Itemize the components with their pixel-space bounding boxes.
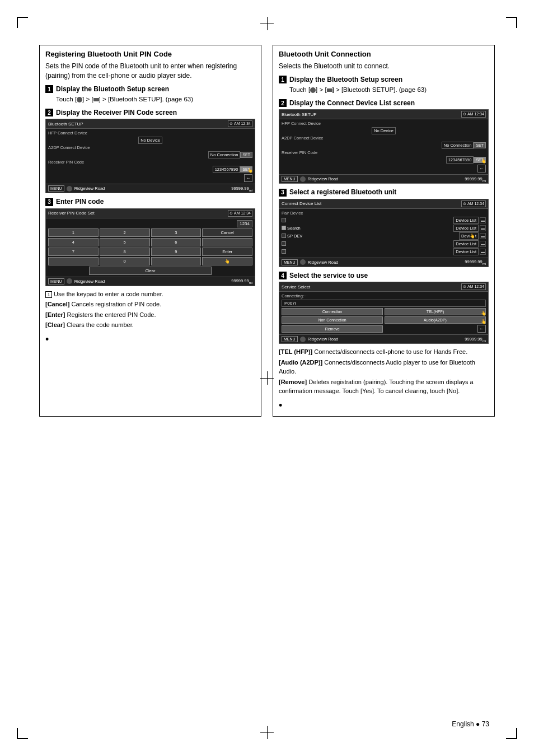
right-step3-screen: Connect Device List ⊙ AM 12:34 Pair Devi… — [279, 199, 489, 267]
corner-mark-bl — [17, 728, 28, 739]
key-enter[interactable]: Enter — [202, 248, 252, 256]
corner-mark-br — [506, 728, 517, 739]
left-step3-header: 3 Enter PIN code — [45, 198, 255, 206]
tel-btn[interactable]: TEL(HFP) 👆 — [385, 308, 486, 315]
r-screen3-sub-title: Pair Device — [282, 211, 303, 216]
r-screen3-body: Pair Device Device List ▬ Search Device … — [279, 209, 488, 258]
screen2-back-btn[interactable]: ← — [244, 174, 252, 182]
key-5[interactable]: 5 — [100, 238, 150, 246]
device-name: P007i — [282, 300, 486, 307]
remove-btn[interactable]: Remove — [282, 325, 383, 333]
r-screen4-titlebar: Service Select ⊙ AM 12:34 — [279, 282, 488, 292]
audio-btn[interactable]: Audio(A2DP) 👆 — [385, 316, 486, 324]
r-screen2-arrow-icon — [300, 176, 306, 182]
screen2-a2dp-val-row: No Connection SET — [48, 151, 252, 158]
device-list3[interactable]: Device List — [453, 240, 479, 248]
right-step3-header: 3 Select a registered Bluetooth unit — [279, 188, 489, 197]
right-step3-num: 3 — [279, 189, 287, 197]
screen2-hfp-label: HFP Connect Device — [48, 130, 87, 136]
r-screen2-a2dp-val-row: No Connection SET — [282, 142, 486, 149]
right-step3-title: Select a registered Bluetooth unit — [289, 188, 396, 196]
right-step2-title: Display the Connect Device List screen — [289, 99, 415, 107]
right-column: Bluetooth Unit Connection Selects the Bl… — [273, 45, 495, 417]
right-step2-header: 2 Display the Connect Device List screen — [279, 99, 489, 108]
r-screen2-footer: MENU Ridgeview Road 99999.99mi — [279, 174, 488, 183]
device-list0[interactable]: Device List — [453, 217, 479, 224]
key-clear[interactable]: Clear — [89, 267, 212, 275]
key-2[interactable]: 2 — [100, 228, 150, 237]
screen2-a2dp-row: A2DP Connect Device — [48, 145, 252, 150]
device-btn0[interactable]: ▬ — [480, 217, 486, 223]
r-screen4-arrow-icon — [300, 337, 306, 342]
right-bullet: • — [279, 400, 282, 411]
device-search-label: Search — [287, 226, 452, 231]
screen3-menu[interactable]: MENU — [48, 278, 64, 284]
key-8[interactable]: 8 — [100, 248, 150, 256]
r-screen3-clock: ⊙ AM 12:34 — [461, 200, 486, 207]
r-screen2-hfp-row: HFP Connect Device — [282, 121, 486, 126]
r-screen3-menu[interactable]: MENU — [282, 259, 298, 265]
screen2-pin-label: Receiver PIN Code — [48, 160, 84, 165]
screen3-road: Ridgeview Road — [74, 279, 229, 284]
r-screen4-back-btn[interactable]: ← — [477, 325, 486, 333]
r-screen2-pin-row: Receiver PIN Code — [282, 150, 486, 155]
screen2-pin-btn[interactable]: SET 👆 — [240, 166, 252, 172]
screen2-a2dp-btn[interactable]: SET — [240, 152, 252, 158]
device-list-search[interactable]: Device List — [453, 225, 479, 232]
screen3-arrow-icon — [67, 278, 72, 284]
screen2-menu[interactable]: MENU — [48, 185, 64, 192]
check4 — [282, 249, 286, 254]
r-screen2-a2dp-btn[interactable]: SET — [474, 142, 486, 148]
left-step3-num: 3 — [45, 198, 53, 206]
r-screen3-price: 99999.99mi — [465, 259, 486, 265]
check0 — [282, 218, 286, 222]
key-1[interactable]: 1 — [48, 228, 99, 237]
device-btn3[interactable]: ▬ — [480, 241, 486, 247]
connection-btn[interactable]: Connection — [282, 308, 383, 315]
key-0[interactable]: 0 — [100, 257, 150, 265]
device-list4[interactable]: Device List — [453, 248, 479, 255]
screen3-titlebar: Receiver PIN Code Set ⊙ AM 12:34 — [46, 209, 255, 218]
num-circle-1: 1 — [45, 291, 52, 298]
left-step3-desc: 1 Use the keypad to enter a code number.… — [45, 290, 255, 330]
right-step1-body: Touch [] > [] > [Bluetooth SETUP]. (page… — [289, 85, 489, 95]
screen3-display: 1234 — [237, 220, 252, 227]
left-step1-body: Touch [] > [] > [Bluetooth SETUP]. (page… — [56, 95, 255, 104]
screen2-clock: ⊙ AM 12:34 — [228, 120, 252, 127]
screen2-road: Ridgeview Road — [74, 186, 229, 191]
device-btn4[interactable]: ▬ — [480, 249, 486, 255]
r-screen4-menu[interactable]: MENU — [282, 336, 298, 342]
left-column: Registering Bluetooth Unit PIN Code Sets… — [39, 45, 261, 417]
r-screen2-back-btn[interactable]: ← — [477, 165, 486, 172]
r-screen3-road: Ridgeview Road — [308, 260, 463, 265]
key-4[interactable]: 4 — [48, 238, 99, 246]
r-screen2-pin-btn[interactable]: SET 👆 — [474, 157, 486, 163]
device-list-sp[interactable]: Devi👆t — [459, 232, 479, 240]
right-step4-header: 4 Select the service to use — [279, 272, 489, 280]
screen3-body: 1234 1 2 3 Cancel 4 5 6 7 8 9 Ent — [46, 218, 255, 277]
device-btn-sp[interactable]: ▬ — [480, 233, 486, 239]
device-row-4: Device List ▬ — [282, 248, 486, 255]
r-screen3-arrow-icon — [300, 259, 306, 265]
right-step2-num: 2 — [279, 99, 287, 107]
right-step1-num: 1 — [279, 76, 287, 83]
r-screen2-menu[interactable]: MENU — [282, 176, 298, 182]
key-7[interactable]: 7 — [48, 248, 99, 256]
r-screen3-footer: MENU Ridgeview Road 99999.99mi — [279, 258, 488, 267]
r-screen2-hfp-label: HFP Connect Device — [282, 121, 321, 126]
r-screen4-price: 99999.99mi — [465, 337, 486, 343]
check-search — [282, 226, 286, 230]
key-hand-icon: 👆 — [202, 257, 252, 265]
key-9[interactable]: 9 — [151, 248, 202, 256]
device-btn-search[interactable]: ▬ — [480, 225, 486, 231]
right-step2-screen: Bluetooth SETUP ⊙ AM 12:34 HFP Connect D… — [279, 109, 489, 184]
key-3[interactable]: 3 — [151, 228, 202, 237]
key-cancel[interactable]: Cancel — [202, 228, 252, 237]
crosshair-bottom — [260, 726, 274, 739]
r-screen2-a2dp-value: No Connection — [442, 142, 474, 149]
left-step2-title: Display the Receiver PIN Code screen — [56, 109, 177, 116]
key-6[interactable]: 6 — [151, 238, 202, 246]
right-step4-title: Select the service to use — [289, 272, 368, 279]
non-connection-btn[interactable]: Non Connection — [282, 316, 383, 324]
desc-item-audio: [Audio (A2DP)] Connects/disconnects Audi… — [279, 358, 489, 376]
